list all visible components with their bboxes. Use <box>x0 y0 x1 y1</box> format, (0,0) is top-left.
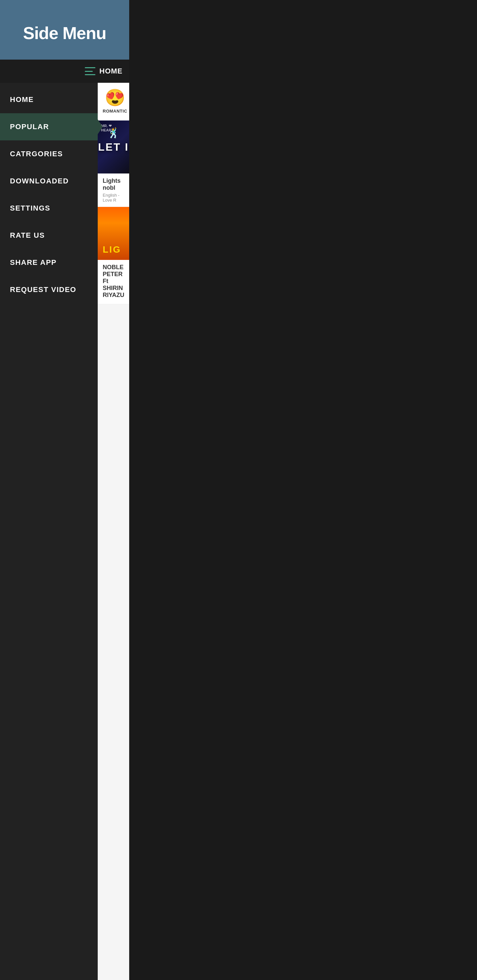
sidebar-item-categories-label: CATRGORIES <box>10 150 63 158</box>
hamburger-line-3 <box>85 74 96 75</box>
thumb-text-2: LIG <box>103 244 121 255</box>
hamburger-line-1 <box>85 67 96 68</box>
hamburger-line-2 <box>85 71 93 72</box>
sidebar-item-home[interactable]: HOME <box>0 86 98 113</box>
sidebar-item-popular-label: POPULAR <box>10 123 49 131</box>
header-title: Side Menu <box>23 23 106 43</box>
video-title-1: Lights nobl <box>103 177 124 191</box>
star-figure: 🕺 <box>107 127 120 139</box>
video-thumbnail-2: LIG <box>98 207 129 260</box>
category-romantic[interactable]: 😍 ROMANTIC <box>103 89 127 114</box>
video-item-2[interactable]: LIG NOBLE PETER Ft SHIRIN RIYAZU <box>98 207 129 304</box>
sidebar-item-rate-us[interactable]: RATE US <box>0 222 98 249</box>
thumb-bg-2: LIG <box>98 207 129 260</box>
sidebar-item-request-video[interactable]: REQUEST VIDEO <box>0 276 98 303</box>
sidebar-item-request-video-label: REQUEST VIDEO <box>10 285 76 294</box>
hamburger-menu-icon[interactable] <box>85 67 96 75</box>
sidebar-item-settings[interactable]: SETTINGS <box>0 195 98 222</box>
header: Side Menu <box>0 0 129 60</box>
top-nav-right: HOME <box>85 67 123 75</box>
video-subtitle-1: English - Love R <box>103 192 124 203</box>
sidebar-item-share-app-label: SHARE APP <box>10 258 57 267</box>
video-info-1: Lights nobl English - Love R <box>98 173 129 207</box>
category-row: 😍 ROMANTIC <box>98 83 129 121</box>
sidebar-item-rate-us-label: RATE US <box>10 231 45 240</box>
video-info-2: NOBLE PETER Ft SHIRIN RIYAZU <box>98 260 129 304</box>
thumb-text-1: LET I <box>98 141 129 153</box>
right-content: 😍 ROMANTIC MR. ❤HEART 🕺 LET I Lights nob… <box>98 83 129 980</box>
nav-home-label[interactable]: HOME <box>99 67 123 75</box>
video-title-2: NOBLE PETER Ft SHIRIN RIYAZU <box>103 264 124 299</box>
sidebar-item-downloaded-label: DOWNLOADED <box>10 177 69 185</box>
sidebar-item-categories[interactable]: CATRGORIES <box>0 140 98 167</box>
romantic-emoji: 😍 <box>105 89 125 106</box>
main-layout: HOME POPULAR CATRGORIES DOWNLOADED SETTI… <box>0 83 129 980</box>
romantic-label: ROMANTIC <box>103 108 127 114</box>
sidebar-item-popular[interactable]: POPULAR <box>0 113 98 140</box>
sidebar-item-share-app[interactable]: SHARE APP <box>0 249 98 276</box>
side-menu: HOME POPULAR CATRGORIES DOWNLOADED SETTI… <box>0 83 98 980</box>
sidebar-item-home-label: HOME <box>10 95 34 104</box>
top-nav: HOME <box>0 60 129 83</box>
sidebar-item-settings-label: SETTINGS <box>10 204 50 213</box>
sidebar-item-downloaded[interactable]: DOWNLOADED <box>0 167 98 195</box>
